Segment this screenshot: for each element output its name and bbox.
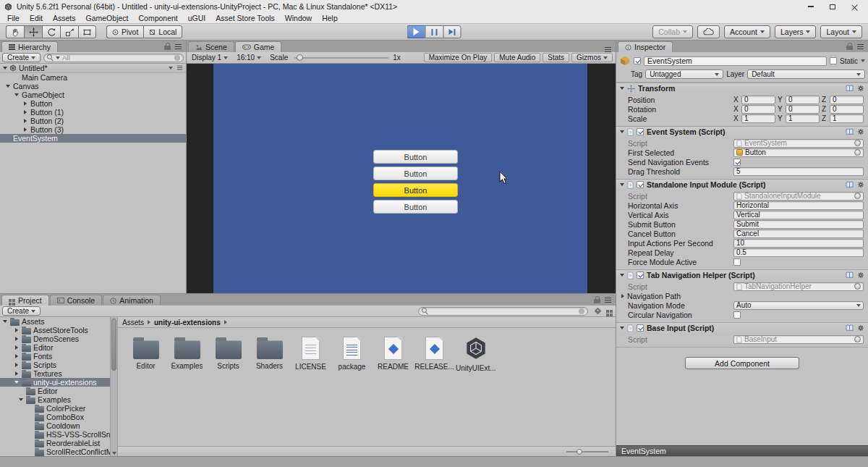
transform-header[interactable]: Transform — [616, 83, 868, 93]
hierarchy-item[interactable]: Canvas — [0, 82, 186, 91]
scale-x-field[interactable]: 1 — [741, 114, 775, 123]
object-picker-icon[interactable] — [854, 193, 861, 199]
asset-item[interactable]: README — [373, 335, 414, 372]
game-ui-button[interactable]: Button — [373, 200, 458, 214]
hierarchy-item[interactable]: Main Camera — [0, 73, 186, 82]
project-search-input[interactable] — [418, 307, 588, 316]
hierarchy-item[interactable]: Button (1) — [0, 108, 186, 117]
gameobject-name-field[interactable]: EventSystem — [644, 56, 827, 66]
help-book-icon[interactable] — [846, 128, 854, 135]
game-ui-button[interactable]: Button — [373, 150, 458, 164]
rotation-z-field[interactable]: 0 — [830, 105, 864, 114]
search-clear-icon[interactable] — [174, 55, 180, 61]
tab-console[interactable]: Console — [50, 295, 103, 306]
repeat-delay-field[interactable]: 0.5 — [733, 248, 864, 257]
foldout-open-icon[interactable] — [620, 87, 624, 90]
hierarchy-item[interactable]: Button (3) — [0, 125, 186, 134]
panel-menu-icon[interactable] — [175, 46, 182, 47]
help-book-icon[interactable] — [846, 181, 854, 188]
layers-dropdown[interactable]: Layers — [775, 25, 817, 38]
tab-animation[interactable]: Animation — [103, 295, 161, 306]
component-enabled-checkbox[interactable] — [637, 181, 644, 188]
tab-inspector[interactable]: Inspector — [618, 41, 673, 52]
foldout-open-icon[interactable] — [620, 130, 624, 133]
gear-icon[interactable] — [857, 324, 864, 332]
panel-menu-icon[interactable] — [857, 46, 864, 47]
tree-item[interactable]: Examples — [0, 395, 110, 404]
add-component-button[interactable]: Add Component — [685, 357, 799, 369]
panel-menu-icon[interactable] — [605, 49, 611, 50]
foldout-open-icon[interactable] — [14, 381, 19, 384]
drag-threshold-field[interactable]: 5 — [733, 167, 864, 176]
tree-item[interactable]: ColorPicker — [0, 404, 110, 413]
component-enabled-checkbox[interactable] — [637, 324, 644, 332]
collab-dropdown[interactable]: Collab — [652, 25, 693, 38]
tree-item[interactable]: Fonts — [0, 352, 110, 361]
position-y-field[interactable]: 0 — [786, 96, 820, 104]
foldout-open-icon[interactable] — [620, 327, 624, 329]
hierarchy-search-input[interactable]: All — [43, 54, 184, 62]
asset-item[interactable]: LICENSE — [290, 335, 331, 372]
inspector-preview-bar[interactable]: EventSystem — [616, 445, 868, 456]
cancel-button-field[interactable]: Cancel — [733, 230, 864, 238]
tab-game[interactable]: Game — [235, 41, 282, 52]
rotation-y-field[interactable]: 0 — [786, 105, 820, 114]
hand-tool-button[interactable] — [6, 25, 24, 38]
asset-item[interactable]: Scripts — [208, 335, 249, 372]
scene-options-icon[interactable] — [169, 67, 173, 70]
tree-item[interactable]: ScrollRectConflictMana — [0, 447, 110, 456]
asset-item[interactable]: package — [331, 335, 373, 372]
aspect-dropdown[interactable]: 16:10 — [234, 54, 263, 62]
menu-component[interactable]: Component — [133, 14, 182, 22]
help-book-icon[interactable] — [846, 272, 854, 279]
label-filter-icon[interactable] — [595, 308, 602, 315]
pause-button[interactable] — [425, 25, 443, 38]
foldout-closed-icon[interactable] — [24, 119, 27, 123]
horizontal-axis-field[interactable]: Horizontal — [733, 201, 864, 210]
foldout-closed-icon[interactable] — [15, 345, 18, 350]
game-ui-button[interactable]: Button — [373, 167, 458, 180]
asset-item[interactable]: UnityUIExt... — [455, 335, 496, 372]
tab-hierarchy[interactable]: Hierarchy — [1, 41, 58, 52]
foldout-open-icon[interactable] — [3, 320, 7, 323]
rotate-tool-button[interactable] — [42, 25, 60, 38]
cloud-button[interactable] — [697, 25, 720, 38]
tree-item[interactable]: Assets — [0, 317, 110, 326]
object-picker-icon[interactable] — [854, 336, 861, 342]
menu-help[interactable]: Help — [317, 14, 343, 22]
menu-edit[interactable]: Edit — [25, 14, 48, 22]
lock-icon[interactable] — [846, 46, 853, 50]
base-input-header[interactable]: Base Input (Script) — [616, 322, 868, 333]
hierarchy-item-selected[interactable]: EventSystem — [0, 134, 186, 143]
gear-icon[interactable] — [857, 85, 864, 92]
rotation-x-field[interactable]: 0 — [741, 105, 775, 114]
minimize-icon[interactable] — [808, 6, 814, 7]
foldout-closed-icon[interactable] — [24, 127, 27, 132]
script-object-field[interactable]: TabNavigationHelper — [733, 282, 864, 291]
menu-gameobject[interactable]: GameObject — [81, 14, 134, 22]
scene-header-row[interactable]: Untitled* — [0, 64, 186, 73]
input-actions-per-second-field[interactable]: 10 — [733, 239, 864, 248]
hierarchy-item[interactable]: Button (2) — [0, 117, 186, 125]
foldout-closed-icon[interactable] — [621, 294, 624, 298]
layer-dropdown[interactable]: Default — [747, 70, 865, 79]
foldout-closed-icon[interactable] — [15, 354, 18, 358]
hierarchy-item[interactable]: Button — [0, 99, 186, 108]
game-ui-button-highlighted[interactable]: Button — [373, 183, 458, 197]
mute-audio-button[interactable]: Mute Audio — [494, 53, 540, 62]
foldout-open-icon[interactable] — [14, 93, 19, 96]
input-module-header[interactable]: Standalone Input Module (Script) — [616, 179, 868, 190]
first-selected-object-field[interactable]: Button — [733, 148, 864, 157]
tree-item[interactable]: ComboBox — [0, 413, 110, 421]
foldout-closed-icon[interactable] — [15, 363, 18, 367]
scroll-down-icon[interactable] — [112, 452, 116, 455]
create-button[interactable]: Create — [2, 53, 41, 62]
foldout-closed-icon[interactable] — [24, 110, 27, 114]
panel-menu-icon[interactable] — [605, 300, 611, 300]
scale-slider-knob[interactable] — [297, 54, 303, 61]
close-icon[interactable] — [851, 4, 858, 10]
foldout-open-icon[interactable] — [620, 183, 624, 186]
step-button[interactable] — [443, 25, 461, 38]
tag-dropdown[interactable]: Untagged — [645, 70, 723, 79]
scene-menu-icon[interactable] — [177, 67, 182, 68]
